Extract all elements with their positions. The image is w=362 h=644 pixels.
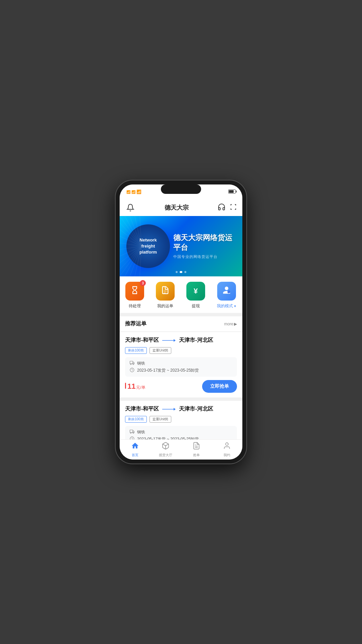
svg-rect-21 [130,361,133,364]
withdraw-icon: ¥ [194,287,198,296]
svg-marker-26 [174,408,176,411]
scan-icon[interactable] [230,203,237,212]
action-pending[interactable]: 3 待处理 [125,282,144,309]
bell-icon[interactable] [125,202,136,213]
more-arrow-icon: ▶ [234,322,237,326]
order-to-2: 天津市-河北区 [179,406,213,413]
freight-icon [162,442,170,452]
signal1-icon: 📶 [126,190,130,194]
section-more-recommended[interactable]: more ▶ [224,322,237,326]
order-detail-2: 钢铁 2023-05-17发货 ~ 2023-05-25卸货 [125,426,237,439]
phone-frame: 📶 📶 📶 德天大宗 [116,180,246,464]
price-area-1: 11 元/单 [125,382,145,391]
status-bar-left: 📶 📶 📶 [126,190,153,194]
banner-main-text: 德天大宗网络货运平台 [173,233,236,252]
grab-button-1[interactable]: 立即抢单 [202,380,237,393]
banner: Network freight platform 德天大宗网络货运平台 中国专业… [120,216,242,276]
action-icon-mymode [217,282,236,301]
date-icon-1 [130,368,134,373]
wifi-icon: 📶 [136,190,141,194]
order-tags-1: 剩余100简 监重Unit简 [125,347,237,354]
camera-notch [161,184,201,194]
svg-point-23 [133,364,134,365]
order-detail-1: 钢铁 2023-05-17发货 ~ 2023-05-25卸货 [125,357,237,377]
section-title-recommended: 推荐运单 [125,320,146,327]
svg-line-1 [125,216,141,246]
order-card-1: 天津市-和平区 天津市-河北区 剩余100简 监重Unit简 [120,332,242,397]
user-gear-icon [222,286,231,297]
action-myorders[interactable]: 我的运单 [156,282,175,309]
tag-capacity-1: 剩余100简 [125,347,147,354]
bottom-nav: 首页 揽货大厅 [120,439,242,460]
action-label-withdraw: 提现 [192,303,200,309]
cargo-icon-1 [130,361,134,366]
nav-grab[interactable]: 抢单 [181,440,212,460]
nav-grab-label: 抢单 [193,453,200,458]
nav-mine-label: 我约 [224,453,230,458]
action-label-pending: 待处理 [129,303,141,309]
action-withdraw[interactable]: ¥ 提现 [186,282,205,309]
svg-line-12 [120,246,141,270]
orders-icon [161,285,170,297]
cargo-row-2: 钢铁 [130,429,232,435]
action-label-myorders: 我的运单 [157,303,173,309]
svg-line-9 [120,246,141,250]
svg-line-5 [120,223,141,246]
svg-point-22 [130,364,131,365]
phone-screen: 📶 📶 📶 德天大宗 [120,184,242,460]
action-icon-pending: 3 [125,282,144,301]
nav-home[interactable]: 首页 [120,440,150,460]
route-arrow-2 [162,407,176,412]
date-text-1: 2023-05-17发货 ~ 2023-05-25卸货 [137,368,199,373]
scroll-content[interactable]: Network freight platform 德天大宗网络货运平台 中国专业… [120,216,242,439]
pending-badge: 3 [140,280,146,286]
route-arrow-1 [162,338,176,343]
action-label-mymode: 我的模式 ▼ [217,303,237,309]
banner-dots [176,271,186,273]
hourglass-icon [130,285,139,297]
svg-point-28 [130,432,131,433]
app-title: 德天大宗 [165,204,189,212]
order-from-1: 天津市-和平区 [125,337,159,344]
order-card-2: 天津市-和平区 天津市-河北区 剩余100简 监重Unit简 [120,401,242,439]
action-mymode[interactable]: 我的模式 ▼ [217,282,237,309]
price-num-1: 11 [127,382,135,391]
grab-icon [192,442,200,452]
banner-text-area: 德天大宗网络货运平台 中国专业的网络货运平台 [170,233,236,259]
dot-3[interactable] [184,271,186,273]
order-footer-1: 11 元/单 立即抢单 [125,380,237,393]
order-tags-2: 剩余100简 监重Unit简 [125,416,237,423]
action-icon-withdraw: ¥ [186,282,205,301]
battery-icon [228,189,236,195]
banner-rays-svg [120,216,177,276]
header-right [218,203,237,212]
nav-freight[interactable]: 揽货大厅 [150,440,181,460]
nav-mine[interactable]: 我约 [212,440,243,460]
tag-type-1: 监重Unit简 [149,347,172,354]
banner-sub-text: 中国专业的网络货运平台 [173,254,236,259]
mine-icon [223,442,231,452]
date-icon-2 [130,436,134,439]
signal2-icon: 📶 [131,190,135,194]
cargo-text-1: 钢铁 [137,361,145,366]
date-text-2: 2023-05-17发货 ~ 2023-05-25卸货 [137,436,199,439]
date-row-2: 2023-05-17发货 ~ 2023-05-25卸货 [130,436,232,439]
date-row-1: 2023-05-17发货 ~ 2023-05-25卸货 [130,368,232,373]
tag-type-2: 监重Unit简 [149,416,172,423]
app-header: 德天大宗 [120,199,242,216]
home-icon [131,442,139,452]
nav-freight-label: 揽货大厅 [159,453,172,458]
headset-icon[interactable] [218,203,226,212]
order-route-2: 天津市-和平区 天津市-河北区 [125,406,237,413]
tag-capacity-2: 剩余100简 [125,416,147,423]
svg-line-8 [120,243,141,246]
cargo-row-1: 钢铁 [130,361,232,366]
order-from-2: 天津市-和平区 [125,406,159,413]
quick-actions: 3 待处理 我的运单 [120,276,242,313]
svg-line-17 [140,246,141,276]
svg-point-29 [133,432,134,433]
cargo-text-2: 钢铁 [137,429,145,435]
dot-2[interactable] [180,271,182,273]
price-bar-1 [125,383,126,389]
dot-1[interactable] [176,271,178,273]
